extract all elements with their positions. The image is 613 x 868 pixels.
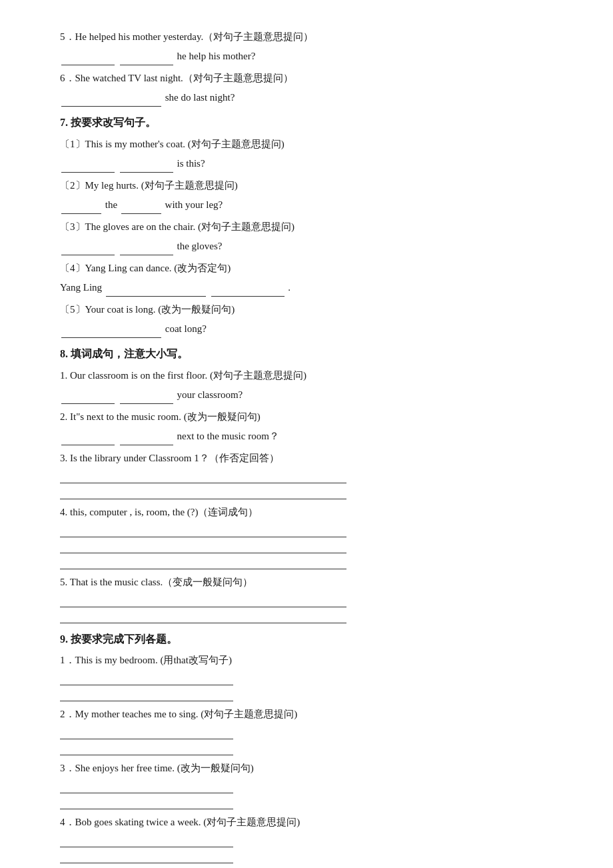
section9-item-2: 2．My mother teaches me to sing. (对句子主题意思… bbox=[60, 705, 553, 755]
section8-item-2: 2. It"s next to the music room. (改为一般疑问句… bbox=[60, 408, 553, 445]
section9-item-3: 3．She enjoys her free time. (改为一般疑问句) bbox=[60, 759, 553, 809]
s8-q4-text: 4. this, computer , is, room, the (?)（连词… bbox=[60, 503, 553, 521]
s8-q2-text: 2. It"s next to the music room. (改为一般疑问句… bbox=[60, 408, 553, 426]
s7-q3-text: 〔3〕The gloves are on the chair. (对句子主题意思… bbox=[60, 218, 553, 236]
s7-q4-answer: Yang Ling . bbox=[60, 279, 553, 297]
s8-q1-answer: your classroom? bbox=[60, 386, 553, 404]
s8-q4-answer-line1 bbox=[60, 523, 346, 537]
blank-s8-1b bbox=[120, 392, 173, 404]
blank-s7-2a bbox=[61, 202, 101, 214]
section-9: 9. 按要求完成下列各题。 1．This is my bedroom. (用th… bbox=[60, 630, 553, 868]
s9-q4-text: 4．Bob goes skating twice a week. (对句子主题意… bbox=[60, 813, 553, 831]
section8-item-1: 1. Our classroom is on the first floor. … bbox=[60, 367, 553, 404]
s8-q5-answer-line2 bbox=[60, 609, 346, 623]
section7-item-2: 〔2〕My leg hurts. (对句子主题意思提问) the with yo… bbox=[60, 177, 553, 214]
section-8-title: 8. 填词成句，注意大小写。 bbox=[60, 345, 553, 364]
s9-q4-answer-line1 bbox=[60, 833, 233, 847]
s8-q5-text: 5. That is the music class.（变成一般疑问句） bbox=[60, 573, 553, 591]
s9-q3-answer-line2 bbox=[60, 795, 233, 809]
blank-s8-1a bbox=[61, 392, 115, 404]
section-8: 8. 填词成句，注意大小写。 1. Our classroom is on th… bbox=[60, 345, 553, 623]
s7-q3-answer: the gloves? bbox=[60, 237, 553, 255]
s9-q2-answer-line2 bbox=[60, 741, 233, 755]
s7-q2-text: 〔2〕My leg hurts. (对句子主题意思提问) bbox=[60, 177, 553, 195]
section7-item-3: 〔3〕The gloves are on the chair. (对句子主题意思… bbox=[60, 218, 553, 255]
blank-s7-1a bbox=[61, 161, 115, 173]
question-5-old: 5．He helped his mother yesterday.（对句子主题意… bbox=[60, 28, 553, 65]
s9-q2-text: 2．My mother teaches me to sing. (对句子主题意思… bbox=[60, 705, 553, 723]
s9-q2-answer-line1 bbox=[60, 725, 233, 739]
blank-s7-5a bbox=[61, 326, 161, 338]
blank-s7-4a bbox=[106, 285, 206, 297]
section7-item-5: 〔5〕Your coat is long. (改为一般疑问句) coat lon… bbox=[60, 301, 553, 338]
s7-q1-text: 〔1〕This is my mother's coat. (对句子主题意思提问) bbox=[60, 135, 553, 153]
s8-q3-answer-line2 bbox=[60, 485, 346, 499]
s8-q3-answer-line1 bbox=[60, 469, 346, 483]
section7-item-4: 〔4〕Yang Ling can dance. (改为否定句) Yang Lin… bbox=[60, 259, 553, 297]
section9-item-4: 4．Bob goes skating twice a week. (对句子主题意… bbox=[60, 813, 553, 863]
section8-item-4: 4. this, computer , is, room, the (?)（连词… bbox=[60, 503, 553, 569]
q6-answer: she do last night? bbox=[60, 89, 553, 107]
s9-q1-answer-line1 bbox=[60, 671, 233, 685]
s8-q5-answer-line1 bbox=[60, 593, 346, 607]
blank-s8-2b bbox=[120, 433, 173, 445]
blank-s8-2a bbox=[61, 433, 115, 445]
s8-q4-answer-line2 bbox=[60, 539, 346, 553]
blank-s7-3b bbox=[120, 243, 173, 255]
blank-s7-1b bbox=[120, 161, 173, 173]
blank-s7-3a bbox=[61, 243, 115, 255]
s7-q4-text: 〔4〕Yang Ling can dance. (改为否定句) bbox=[60, 259, 553, 277]
s8-q3-text: 3. Is the library under Classroom 1？（作否定… bbox=[60, 449, 553, 467]
section7-item-1: 〔1〕This is my mother's coat. (对句子主题意思提问)… bbox=[60, 135, 553, 173]
blank-s7-4b bbox=[211, 285, 285, 297]
section-7: 7. 按要求改写句子。 〔1〕This is my mother's coat.… bbox=[60, 113, 553, 338]
s7-q5-text: 〔5〕Your coat is long. (改为一般疑问句) bbox=[60, 301, 553, 319]
s9-q3-answer-line1 bbox=[60, 779, 233, 793]
section8-item-5: 5. That is the music class.（变成一般疑问句） bbox=[60, 573, 553, 623]
s9-q3-text: 3．She enjoys her free time. (改为一般疑问句) bbox=[60, 759, 553, 777]
blank-3 bbox=[61, 95, 161, 107]
q5-text: 5．He helped his mother yesterday.（对句子主题意… bbox=[60, 28, 553, 46]
s8-q2-answer: next to the music room？ bbox=[60, 427, 553, 445]
s7-q2-answer: the with your leg? bbox=[60, 196, 553, 214]
s9-q1-text: 1．This is my bedroom. (用that改写句子) bbox=[60, 651, 553, 669]
s7-q1-answer: is this? bbox=[60, 155, 553, 173]
s7-q5-answer: coat long? bbox=[60, 320, 553, 338]
section-9-title: 9. 按要求完成下列各题。 bbox=[60, 630, 553, 649]
blank-1 bbox=[61, 53, 115, 65]
blank-s7-2b bbox=[121, 202, 161, 214]
section-7-title: 7. 按要求改写句子。 bbox=[60, 113, 553, 133]
blank-2 bbox=[120, 53, 173, 65]
s9-q4-answer-line2 bbox=[60, 849, 233, 863]
s8-q1-text: 1. Our classroom is on the first floor. … bbox=[60, 367, 553, 385]
q5-answer: he help his mother? bbox=[60, 47, 553, 65]
q6-text: 6．She watched TV last night.（对句子主题意思提问） bbox=[60, 69, 553, 87]
question-6-old: 6．She watched TV last night.（对句子主题意思提问） … bbox=[60, 69, 553, 107]
s8-q4-answer-line3 bbox=[60, 555, 346, 569]
section8-item-3: 3. Is the library under Classroom 1？（作否定… bbox=[60, 449, 553, 499]
s9-q1-answer-line2 bbox=[60, 687, 233, 701]
section9-item-1: 1．This is my bedroom. (用that改写句子) bbox=[60, 651, 553, 701]
